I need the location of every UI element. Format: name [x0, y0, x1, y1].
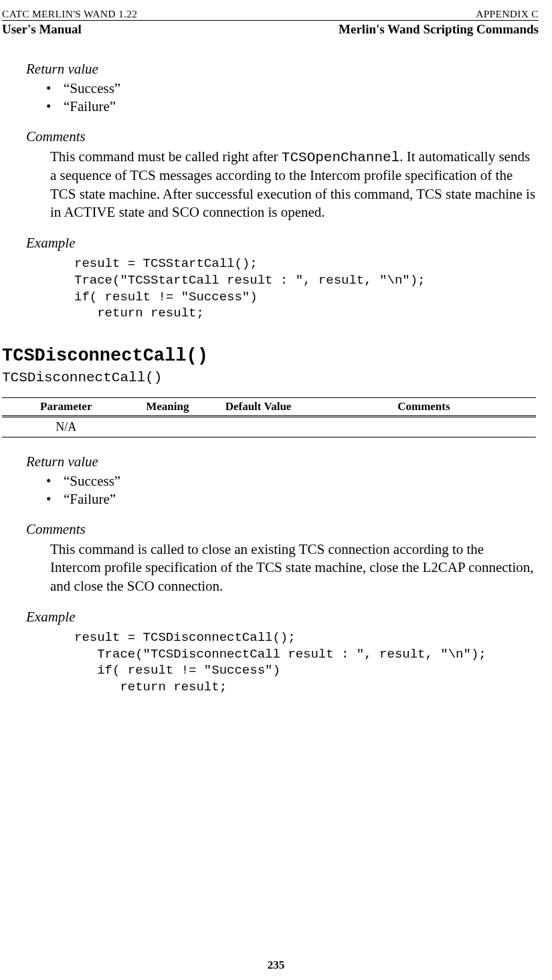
- running-header: CATC MERLIN'S WAND 1.22 APPENDIX C: [2, 8, 539, 21]
- list-item: “Failure”: [64, 98, 116, 114]
- code-example-2: result = TCSDisconnectCall(); Trace("TCS…: [74, 629, 536, 696]
- code-example-1: result = TCSStartCall(); Trace("TCSStart…: [74, 256, 536, 322]
- return-value-heading-2: Return value: [26, 454, 536, 470]
- cell-comments: [312, 416, 536, 437]
- th-comments: Comments: [312, 397, 536, 416]
- header-right-appendix: APPENDIX C: [476, 8, 539, 20]
- th-meaning: Meaning: [130, 397, 205, 416]
- comments-text-2: This command is called to close an exist…: [50, 541, 536, 595]
- inline-code: TCSOpenChannel: [282, 150, 399, 165]
- return-value-list-1: •“Success” •“Failure”: [46, 80, 536, 115]
- th-parameter: Parameter: [2, 397, 130, 416]
- comments-heading-1: Comments: [26, 128, 536, 145]
- comments-heading-2: Comments: [26, 521, 536, 538]
- list-item: “Success”: [64, 80, 120, 96]
- page: CATC MERLIN'S WAND 1.22 APPENDIX C User'…: [0, 0, 552, 980]
- comments-text-1: This command must be called right after …: [50, 148, 536, 221]
- parameter-table: Parameter Meaning Default Value Comments…: [2, 397, 536, 437]
- cell-default: [205, 416, 312, 437]
- return-value-heading-1: Return value: [26, 61, 536, 78]
- header-left-product: CATC MERLIN'S WAND 1.22: [2, 8, 137, 20]
- example-heading-1: Example: [26, 235, 536, 252]
- subheader-left: User's Manual: [2, 22, 82, 37]
- example-heading-2: Example: [26, 609, 536, 625]
- running-subheader: User's Manual Merlin's Wand Scripting Co…: [2, 22, 539, 37]
- cell-meaning: [130, 416, 205, 437]
- table-row: N/A: [2, 416, 536, 437]
- list-item: “Failure”: [64, 491, 116, 507]
- th-default: Default Value: [205, 397, 312, 416]
- function-title: TCSDisconnectCall(): [2, 346, 536, 366]
- function-syntax: TCSDisconnectCall(): [2, 370, 536, 385]
- subheader-right: Merlin's Wand Scripting Commands: [339, 22, 539, 37]
- content-body: Return value •“Success” •“Failure” Comme…: [2, 61, 539, 696]
- cell-parameter: N/A: [2, 416, 130, 437]
- page-number: 235: [0, 959, 552, 972]
- return-value-list-2: •“Success” •“Failure”: [46, 473, 536, 508]
- list-item: “Success”: [64, 473, 120, 489]
